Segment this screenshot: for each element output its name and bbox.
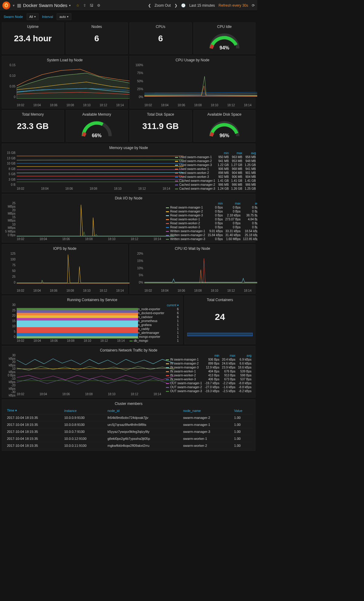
gauge-cpu-idle (208, 31, 241, 49)
zoom-out[interactable]: Zoom Out (155, 3, 171, 8)
next-icon[interactable]: ❯ (174, 3, 177, 8)
panel-iops: IOPS by Node 1251007550250 18:0218:0418:… (2, 244, 128, 294)
clock-icon: 🕘 (181, 3, 186, 8)
panel-nodes: Nodes 6 (66, 22, 128, 54)
chart-area[interactable] (17, 63, 137, 99)
sparkline (187, 326, 253, 337)
xaxis: 18:0218:0418:0618:0818:1018:1218:14 (5, 103, 125, 107)
panel-running-containers: Running Containers by Service 3025201510… (2, 296, 183, 344)
var-interval-value[interactable]: auto▾ (57, 13, 71, 20)
panel-disk-io: Disk I/O by Node 25 MBps20 MBps15 MBps10… (2, 194, 255, 243)
grafana-logo[interactable] (2, 2, 10, 9)
panel-system-load: System Load by Node 0.150.100.050 18:021… (2, 56, 128, 108)
yaxis: 0.150.100.050 (5, 63, 15, 99)
save-icon[interactable]: 🖫 (90, 3, 93, 8)
gauge-disk (208, 119, 241, 137)
chart-area[interactable] (144, 252, 257, 284)
panel-avail-memory: Available Memory 66% (66, 110, 128, 142)
legend-memory: minmaxavgUsed swarm-manager-1950 MB963 M… (174, 151, 253, 191)
table-row[interactable]: 2017-10-04 18:15:3510.0.0.11:9100mgkwfkk… (5, 442, 253, 449)
star-icon[interactable]: ☆ (76, 3, 79, 8)
panel-cluster-members: Cluster members Time ▾instancenode_idnod… (2, 399, 255, 451)
panel-cpu-io-wait: CPU IO Wait by Node 20%15%10%5%0% 18:021… (130, 244, 255, 294)
panel-network-traffic: Containers Network Traffic by Node 30 kB… (2, 346, 255, 398)
prev-icon[interactable]: ❮ (148, 3, 151, 8)
table-row[interactable]: 2017-10-04 18:15:3510.0.0.9:9100lh54kl9m… (5, 414, 253, 421)
chart-area[interactable] (17, 151, 184, 186)
panel-total-disk: Total Disk Space 311.9 GB (130, 110, 192, 142)
panel-cpus: CPUs 6 (130, 22, 192, 54)
var-swarm-value[interactable]: All▾ (27, 13, 39, 20)
panel-cpu-idle: CPU Idle 94% (194, 22, 256, 54)
chart-area[interactable] (17, 354, 174, 392)
dashboard-title[interactable]: ▦ Docker Swarm Nodes ▾ (17, 3, 71, 8)
legend-network: minmaxavgIN swarm-manager-1936 Bps20.4 k… (165, 354, 253, 396)
table-row[interactable]: 2017-10-04 18:15:3510.0.0.12:9100g8ekl0p… (5, 435, 253, 442)
chart-area[interactable] (144, 63, 257, 99)
cluster-table: Time ▾instancenode_idnode_nameValue 2017… (5, 407, 253, 449)
table-row[interactable]: 2017-10-04 18:15:3510.0.0.7:9100k5yyaz7y… (5, 428, 253, 435)
var-interval-label: Interval (42, 14, 54, 20)
refresh-icon[interactable]: ⟳ (252, 3, 255, 8)
chart-area[interactable] (17, 252, 137, 284)
table-row[interactable]: 2017-10-04 18:15:3510.0.0.8:9100urc5j7qr… (5, 421, 253, 428)
variable-bar: Swarm Node All▾ Interval auto▾ (0, 11, 257, 22)
share-icon[interactable]: ⇪ (83, 3, 86, 8)
var-swarm-label: Swarm Node (3, 14, 24, 20)
panel-total-memory: Total Memory 23.3 GB (2, 110, 64, 142)
chart-area[interactable] (17, 202, 174, 237)
panel-total-containers: Total Containers 24 (184, 296, 255, 344)
refresh-label[interactable]: Refresh every 30s (219, 3, 248, 8)
panel-uptime: Uptime 23.4 hour (2, 22, 64, 54)
grid-icon: ▦ (17, 3, 21, 8)
panel-avail-disk: Available Disk Space 96% (194, 110, 256, 142)
time-range[interactable]: Last 15 minutes (189, 3, 215, 8)
panel-memory-usage: Memory usage by Node 15 GB13 GB10 GB8 GB… (2, 144, 255, 192)
panel-cpu-usage: CPU Usage by Node 100%75%50%25%0% 18:021… (130, 56, 255, 108)
gear-icon[interactable]: ⚙ (97, 3, 100, 8)
legend-diskio: minmaxavgRead swarm-manager-10 Bps0 Bps0… (165, 202, 253, 241)
chevron-down-icon: ▾ (69, 4, 71, 7)
chart-area[interactable] (17, 303, 138, 338)
topbar: ▾ ▦ Docker Swarm Nodes ▾ ☆ ⇪ 🖫 ⚙ ❮ Zoom … (0, 0, 257, 11)
dropdown-icon[interactable]: ▾ (13, 3, 15, 8)
gauge-memory (80, 119, 113, 137)
